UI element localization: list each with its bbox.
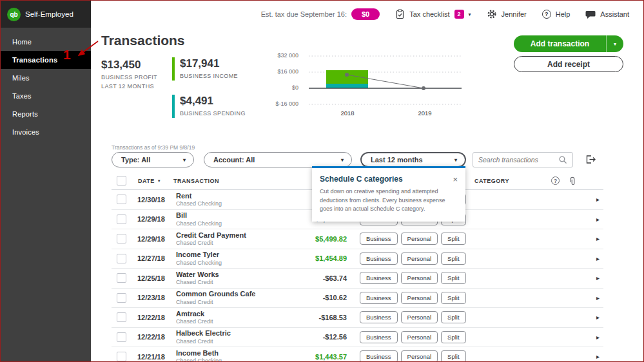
popup-body: Cut down on creative spending and attemp… [320, 187, 458, 214]
row-expand-chevron[interactable]: ▸ [588, 314, 603, 321]
row-checkbox[interactable] [117, 254, 126, 263]
category-business-button[interactable]: Business [360, 252, 398, 265]
row-expand-chevron[interactable]: ▸ [588, 235, 603, 242]
chart-ytick: $0 [252, 83, 298, 92]
row-amount: -$10.62 [273, 294, 347, 301]
close-icon[interactable]: × [453, 175, 458, 184]
row-date: 12/30/18 [137, 196, 176, 204]
category-split-button[interactable]: Split [441, 331, 465, 343]
row-expand-chevron[interactable]: ▸ [588, 353, 603, 360]
sidebar-item-transactions[interactable]: Transactions [1, 51, 91, 69]
add-transaction-dropdown[interactable]: ▾ [606, 35, 623, 52]
row-checkbox[interactable] [117, 293, 126, 303]
row-category-buttons: BusinessPersonalSplit [360, 331, 469, 343]
category-business-button[interactable]: Business [360, 233, 398, 245]
chevron-down-icon: ▾ [469, 12, 471, 17]
category-personal-button[interactable]: Personal [401, 233, 438, 245]
row-account: Chased Checking [176, 260, 273, 267]
question-glyph: ? [554, 178, 557, 184]
category-personal-button[interactable]: Personal [401, 350, 438, 362]
transaction-row[interactable]: 12/25/18Water WorksChased Credit-$63.74B… [112, 269, 603, 289]
add-receipt-button[interactable]: Add receipt [514, 56, 623, 72]
row-category-buttons: BusinessPersonalSplit [360, 252, 469, 265]
transaction-row[interactable]: 12/21/18Income BethChased Checking$1,443… [112, 347, 603, 362]
date-range-value: Last 12 months [371, 156, 423, 164]
spending-label: BUSINESS SPENDING [180, 110, 246, 119]
sidebar-item-miles[interactable]: Miles [1, 69, 91, 87]
row-name: Halbeck Electric [176, 329, 273, 338]
category-split-button[interactable]: Split [441, 233, 465, 245]
search-input[interactable] [478, 156, 556, 164]
stat-business-income: $17,941 BUSINESS INCOME [172, 57, 238, 81]
type-filter-dropdown[interactable]: Type: All ▾ [112, 152, 194, 167]
gear-icon [487, 9, 497, 19]
profit-label: BUSINESS PROFIT LAST 12 MONTHS [101, 73, 157, 91]
category-split-button[interactable]: Split [441, 292, 465, 304]
row-date: 12/29/18 [137, 215, 176, 223]
row-amount: $1,454.89 [273, 254, 347, 262]
sidebar-item-invoices[interactable]: Invoices [1, 123, 91, 141]
tax-checklist-menu[interactable]: Tax checklist 2 ▾ [395, 9, 471, 19]
category-personal-button[interactable]: Personal [401, 311, 438, 323]
category-business-button[interactable]: Business [360, 311, 398, 323]
category-split-button[interactable]: Split [441, 311, 465, 323]
row-expand-chevron[interactable]: ▸ [588, 196, 603, 203]
category-business-button[interactable]: Business [360, 331, 398, 343]
sidebar-item-reports[interactable]: Reports [1, 105, 91, 123]
row-expand-chevron[interactable]: ▸ [588, 274, 603, 281]
transaction-row[interactable]: 12/23/18Common Grounds CafeChased Credit… [112, 289, 603, 309]
assistant-label: Assistant [600, 10, 629, 18]
transaction-header: TRANSACTION [173, 178, 219, 184]
row-expand-chevron[interactable]: ▸ [588, 334, 603, 341]
transaction-row[interactable]: 12/22/18Halbeck ElectricChased Credit-$1… [112, 328, 603, 348]
category-split-button[interactable]: Split [441, 350, 465, 362]
topbar: Est. tax due September 16: $0 Tax checkl… [91, 1, 643, 28]
account-filter-dropdown[interactable]: Account: All ▾ [204, 152, 352, 167]
date-range-filter-dropdown[interactable]: Last 12 months ▾ [360, 152, 466, 167]
row-name: Income Tyler [176, 250, 273, 259]
row-checkbox[interactable] [117, 273, 126, 283]
category-personal-button[interactable]: Personal [401, 252, 438, 265]
income-label: BUSINESS INCOME [180, 72, 238, 81]
row-expand-chevron[interactable]: ▸ [588, 294, 603, 301]
row-date: 12/23/18 [137, 294, 176, 301]
help-menu[interactable]: ? Help [542, 10, 571, 19]
assistant-button[interactable]: Assistant [585, 10, 629, 19]
category-help-icon[interactable]: ? [551, 176, 560, 185]
est-tax-amount-badge[interactable]: $0 [351, 8, 380, 20]
transaction-row[interactable]: 12/27/18Income TylerChased Checking$1,45… [112, 249, 603, 269]
transaction-row[interactable]: 12/29/18Credit Card PaymentChased Credit… [112, 229, 603, 249]
category-business-button[interactable]: Business [360, 292, 398, 304]
select-all-checkbox[interactable] [117, 176, 126, 186]
row-checkbox[interactable] [117, 214, 126, 224]
sidebar-item-taxes[interactable]: Taxes [1, 87, 91, 105]
row-checkbox[interactable] [117, 234, 126, 243]
row-checkbox[interactable] [117, 195, 126, 204]
category-split-button[interactable]: Split [441, 272, 465, 284]
category-business-button[interactable]: Business [360, 350, 398, 362]
row-checkbox[interactable] [117, 332, 126, 342]
transaction-row[interactable]: 12/22/18AmtrackChased Credit-$168.53Busi… [112, 308, 603, 328]
category-split-button[interactable]: Split [441, 252, 465, 265]
row-checkbox[interactable] [117, 352, 126, 361]
row-amount: -$63.74 [273, 274, 347, 282]
paperclip-icon[interactable] [568, 176, 577, 187]
account-filter-value: Account: All [213, 156, 255, 164]
category-personal-button[interactable]: Personal [401, 292, 438, 304]
sort-descending-icon: ▼ [157, 179, 161, 183]
row-expand-chevron[interactable]: ▸ [588, 255, 603, 262]
question-glyph: ? [545, 11, 549, 17]
export-icon[interactable] [585, 154, 596, 165]
user-name: Jennifer [502, 10, 527, 18]
category-personal-button[interactable]: Personal [401, 331, 438, 343]
row-date: 12/21/18 [137, 353, 176, 361]
sidebar-item-home[interactable]: Home [1, 33, 91, 51]
user-menu[interactable]: Jennifer [487, 9, 527, 19]
date-sort-header[interactable]: DATE▼ [138, 178, 161, 184]
category-personal-button[interactable]: Personal [401, 272, 438, 284]
row-checkbox[interactable] [117, 312, 126, 322]
category-business-button[interactable]: Business [360, 272, 398, 284]
row-name: Common Grounds Cafe [176, 289, 273, 298]
row-expand-chevron[interactable]: ▸ [588, 216, 603, 223]
add-transaction-button[interactable]: Add transaction ▾ [514, 35, 623, 52]
